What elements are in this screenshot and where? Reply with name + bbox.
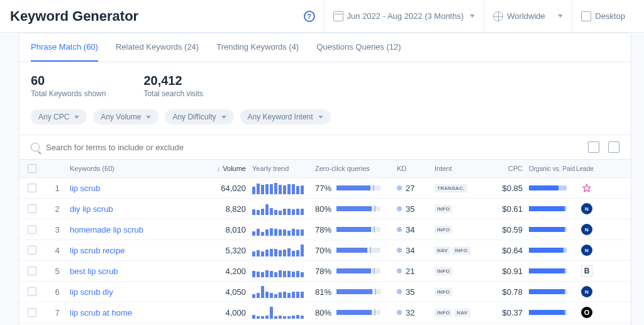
cell-organic-paid [529, 227, 576, 232]
stat-label: Total search visits [143, 89, 203, 98]
row-checkbox[interactable] [28, 267, 36, 275]
cell-volume: 8,820 [208, 204, 252, 214]
monitor-icon [581, 11, 591, 21]
col-volume[interactable]: ↓Volume [208, 165, 252, 172]
cell-leader[interactable]: N [576, 245, 597, 256]
cell-volume: 8,010 [208, 225, 252, 234]
cell-zero-click: 70% [315, 246, 397, 255]
tab[interactable]: Phrase Match (60) [31, 33, 98, 62]
settings-icon[interactable] [608, 141, 619, 153]
cell-organic-paid [529, 185, 576, 190]
tab[interactable]: Questions Queries (12) [316, 33, 401, 62]
cell-cpc: $0.64 [491, 246, 529, 255]
kd-dot-icon [397, 248, 402, 253]
keyword-link[interactable]: lip scrub at home [70, 308, 132, 317]
keyword-link[interactable]: lip scrub recipe [70, 246, 125, 255]
cell-leader[interactable]: N [576, 286, 597, 297]
keyword-link[interactable]: lip scrub diy [70, 287, 113, 297]
cell-kd: 35 [397, 287, 435, 297]
filter-pill[interactable]: Any Difficulty [165, 109, 233, 124]
cell-intent: INFONAV [435, 309, 491, 317]
row-checkbox[interactable] [28, 287, 36, 296]
cell-organic-paid [529, 289, 576, 294]
cell-cpc: $0.61 [491, 204, 529, 214]
select-all-checkbox[interactable] [28, 164, 36, 173]
search-input[interactable] [46, 143, 588, 152]
cell-leader[interactable]: B [576, 265, 597, 277]
cell-cpc: $0.85 [491, 184, 529, 193]
intent-badge: INFO [435, 288, 452, 296]
device-label: Desktop [595, 11, 625, 21]
globe-icon [493, 11, 503, 21]
cell-leader[interactable]: N [576, 224, 597, 235]
tab[interactable]: Trending Keywords (4) [216, 33, 299, 62]
cell-volume: 4,000 [208, 308, 252, 317]
cell-leader[interactable]: O [576, 307, 597, 318]
cell-leader[interactable] [576, 184, 597, 192]
cell-intent: NAVINFO [435, 246, 491, 255]
col-leader[interactable]: Leade [576, 165, 597, 172]
filter-pill[interactable]: Any Volume [93, 109, 158, 124]
intent-badge: INFO [435, 267, 452, 275]
cell-intent: INFO [435, 267, 491, 275]
kd-dot-icon [397, 185, 402, 190]
date-range-selector[interactable]: Jun 2022 - Aug 2022 (3 Months) [324, 0, 484, 33]
help-icon[interactable]: ? [304, 11, 315, 22]
trend-sparkline [252, 223, 315, 236]
location-selector[interactable]: Worldwide [484, 0, 572, 33]
cell-zero-click: 78% [315, 225, 397, 234]
col-kd[interactable]: KD [397, 165, 435, 172]
col-cpc[interactable]: CPC [491, 165, 529, 172]
cell-kd: 35 [397, 204, 435, 214]
chevron-down-icon [146, 116, 151, 119]
trend-sparkline [252, 306, 315, 319]
stat-value: 60 [31, 74, 106, 88]
row-index: 3 [45, 225, 70, 234]
export-excel-icon[interactable] [588, 141, 599, 153]
col-zero-click[interactable]: Zero-click queries [315, 165, 397, 172]
keyword-link[interactable]: diy lip scrub [70, 204, 113, 214]
cell-kd: 21 [397, 267, 435, 276]
intent-badge: TRANSAC. [435, 184, 467, 192]
row-index: 5 [45, 267, 70, 276]
table-row: 2diy lip scrub8,82080%35INFO$0.61N [19, 199, 631, 219]
stats-row: 60 Total Keywords shown 20,412 Total sea… [19, 62, 631, 109]
row-checkbox[interactable] [28, 204, 36, 213]
col-organic-paid[interactable]: Organic vs. Paid [529, 165, 576, 172]
cell-zero-click: 78% [315, 267, 397, 276]
col-keywords[interactable]: Keywords (60) [70, 165, 208, 172]
cell-intent: TRANSAC. [435, 184, 491, 192]
trend-sparkline [252, 182, 315, 194]
cell-kd: 32 [397, 308, 435, 317]
row-checkbox[interactable] [28, 184, 36, 192]
table-row: 6lip scrub diy4,05081%35INFO$0.78N [19, 282, 631, 302]
tab[interactable]: Related Keywords (24) [116, 33, 199, 62]
cell-organic-paid [529, 268, 576, 273]
device-selector[interactable]: Desktop [572, 0, 634, 33]
row-checkbox[interactable] [28, 246, 36, 255]
col-intent[interactable]: Intent [435, 165, 491, 172]
row-checkbox[interactable] [28, 308, 36, 317]
stat-label: Total Keywords shown [31, 89, 106, 98]
filter-pill[interactable]: Any Keyword Intent [240, 109, 331, 124]
cell-intent: INFO [435, 205, 491, 213]
intent-badge: INFO [435, 205, 452, 213]
cell-kd: 27 [397, 184, 435, 193]
cell-leader[interactable]: N [576, 203, 597, 214]
row-index: 6 [45, 287, 70, 297]
col-trend[interactable]: Yearly trend [252, 162, 315, 175]
keyword-link[interactable]: lip scrub [70, 184, 100, 193]
row-checkbox[interactable] [28, 225, 36, 234]
kd-dot-icon [397, 268, 402, 273]
keyword-link[interactable]: homemade lip scrub [70, 225, 143, 234]
date-range-label: Jun 2022 - Aug 2022 (3 Months) [347, 11, 464, 21]
cell-kd: 34 [397, 225, 435, 234]
table-row: 3homemade lip scrub8,01078%34INFO$0.59N [19, 219, 631, 240]
kd-dot-icon [397, 206, 402, 211]
cell-zero-click: 81% [315, 287, 397, 297]
keyword-link[interactable]: best lip scrub [70, 267, 118, 276]
filter-pill[interactable]: Any CPC [31, 109, 87, 124]
cell-intent: INFO [435, 288, 491, 296]
cell-volume: 5,320 [208, 246, 252, 255]
table-header: Keywords (60) ↓Volume Yearly trend Zero-… [19, 159, 631, 178]
